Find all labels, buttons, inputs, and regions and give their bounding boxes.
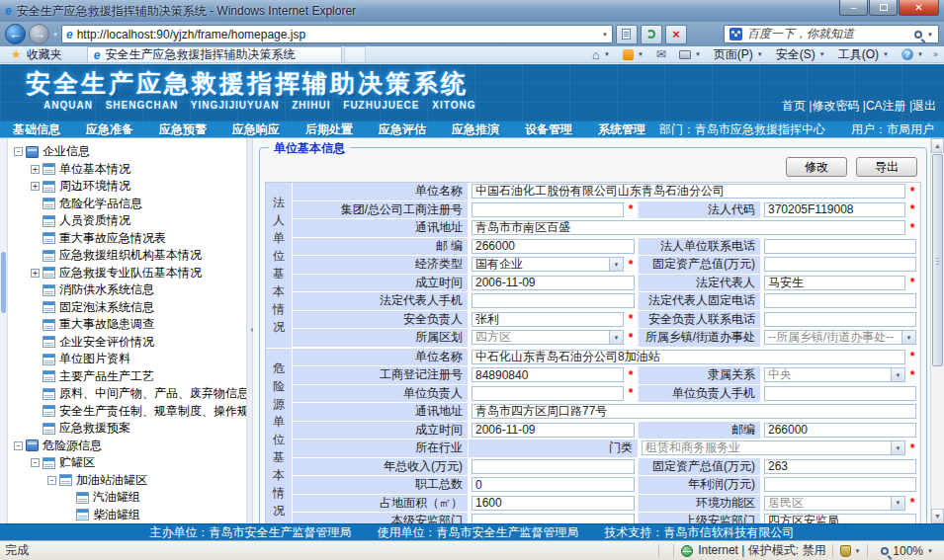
back-button[interactable]: ←: [5, 24, 26, 44]
text-input[interactable]: 马安生: [764, 276, 905, 290]
text-input[interactable]: [472, 514, 635, 523]
dropdown-arrow-icon[interactable]: ▼: [891, 497, 904, 510]
tree-item[interactable]: 柴油罐组: [64, 507, 246, 524]
dropdown-arrow-icon[interactable]: ▼: [609, 331, 623, 344]
tree-item[interactable]: 企业安全评价情况: [31, 334, 246, 352]
text-input[interactable]: 2006-11-09: [472, 423, 635, 438]
tree-item[interactable]: +应急救援专业队伍基本情况: [31, 265, 246, 282]
select-field[interactable]: --所属乡镇/街道办事处--▼: [764, 330, 916, 345]
tree-item[interactable]: -加油站油罐区: [47, 472, 246, 490]
scroll-down-button[interactable]: ▼: [931, 509, 944, 523]
tree-item[interactable]: 人员资质情况: [31, 212, 246, 230]
tree-item[interactable]: 应急救援预案: [31, 420, 246, 438]
text-input[interactable]: [764, 477, 916, 492]
collapse-minus-icon[interactable]: -: [14, 441, 23, 450]
export-button[interactable]: 导出: [856, 157, 917, 177]
overflow-chevron-icon[interactable]: »: [930, 49, 941, 59]
stop-button[interactable]: ×: [665, 25, 687, 44]
expand-plus-icon[interactable]: +: [31, 269, 40, 278]
feeds-button[interactable]: ▼: [617, 47, 649, 62]
select-field[interactable]: 国有企业▼: [472, 257, 624, 272]
text-input[interactable]: 1600: [472, 496, 635, 511]
tree-item[interactable]: -贮罐区: [31, 454, 246, 472]
expand-plus-icon[interactable]: +: [31, 182, 40, 191]
search-input[interactable]: 百度一下，你就知道: [747, 26, 909, 42]
select-field[interactable]: 居民区▼: [764, 496, 905, 511]
dropdown-arrow-icon[interactable]: ▼: [891, 441, 904, 454]
text-input[interactable]: 263: [764, 459, 916, 474]
tree-item[interactable]: +单位基本情况: [31, 161, 246, 179]
header-link-2[interactable]: 修改密码: [812, 99, 859, 113]
header-link-1[interactable]: 首页: [782, 99, 806, 113]
nav-item-9[interactable]: 系统管理: [585, 121, 658, 138]
nav-item-2[interactable]: 应急准备: [73, 121, 146, 138]
left-scrollbar-thumb[interactable]: [1, 252, 6, 313]
minimize-button[interactable]: –: [839, 0, 868, 16]
scroll-up-button[interactable]: ▲: [931, 138, 944, 153]
text-input[interactable]: 青岛市市南区百盛: [472, 220, 905, 235]
text-input[interactable]: [472, 386, 624, 401]
search-dropdown-icon[interactable]: ▼: [927, 32, 933, 38]
text-input[interactable]: 370205F119008: [764, 202, 905, 217]
tree-item[interactable]: 汽油罐组: [64, 489, 246, 507]
text-input[interactable]: 张利: [472, 312, 624, 327]
scrollbar-track[interactable]: [931, 367, 944, 509]
collapse-minus-icon[interactable]: -: [47, 476, 56, 485]
dropdown-arrow-icon[interactable]: ▼: [891, 368, 904, 381]
tree-item[interactable]: 重大事故应急情况表: [31, 230, 246, 248]
tree-item[interactable]: 原料、中间产物、产品、废弃物信息: [31, 385, 246, 403]
select-field[interactable]: 四方区▼: [472, 330, 624, 345]
print-button[interactable]: ▼: [673, 47, 707, 62]
help-menu[interactable]: ?▼: [896, 47, 929, 62]
tree-item[interactable]: +周边环境情况: [31, 178, 246, 196]
zoom-control[interactable]: 100% ▼: [875, 544, 939, 558]
page-menu[interactable]: 页面(P)▼: [708, 47, 769, 62]
text-input[interactable]: 266000: [764, 423, 916, 438]
text-input[interactable]: [472, 459, 635, 474]
frame-splitter[interactable]: [246, 138, 253, 523]
smartscreen-dropdown-icon[interactable]: ▼: [854, 548, 860, 554]
compatibility-view-button[interactable]: [616, 25, 638, 44]
text-input[interactable]: 2006-11-09: [472, 276, 635, 290]
text-input[interactable]: [764, 312, 916, 327]
favorites-button[interactable]: ★ 收藏夹: [0, 46, 73, 62]
close-button[interactable]: ✕: [899, 0, 939, 16]
text-input[interactable]: 84890840: [472, 367, 624, 382]
header-link-3[interactable]: CA注册: [866, 99, 906, 113]
tree-item[interactable]: -危险源信息: [14, 438, 246, 455]
modify-button[interactable]: 修改: [786, 157, 847, 177]
text-input[interactable]: 中国石油化工股份有限公司山东青岛石油分公司: [472, 184, 905, 199]
tree-item[interactable]: 单位图片资料: [31, 351, 246, 368]
text-input[interactable]: [472, 202, 624, 217]
maximize-button[interactable]: [869, 0, 898, 16]
refresh-button[interactable]: [641, 25, 662, 44]
nav-item-1[interactable]: 基础信息: [0, 121, 73, 138]
text-input[interactable]: 266000: [472, 239, 635, 254]
nav-item-8[interactable]: 设备管理: [512, 121, 585, 138]
url-dropdown-icon[interactable]: ▼: [602, 32, 608, 38]
zoom-dropdown-icon[interactable]: ▼: [927, 548, 933, 554]
tree-item[interactable]: 重大事故隐患调查: [31, 316, 246, 334]
collapse-minus-icon[interactable]: -: [31, 458, 40, 467]
text-input[interactable]: 青岛市四方区周口路77号: [472, 404, 916, 419]
scrollbar-thumb[interactable]: [932, 154, 943, 366]
text-input[interactable]: 0: [472, 477, 635, 492]
select-field[interactable]: 中央▼: [764, 367, 905, 382]
tree-item[interactable]: 主要产品生产工艺: [31, 368, 246, 386]
text-input[interactable]: [764, 239, 916, 254]
tree-item[interactable]: 危险化学品信息: [31, 196, 246, 213]
tree-item[interactable]: 消防供水系统信息: [31, 281, 246, 299]
dropdown-arrow-icon[interactable]: ▼: [901, 331, 915, 344]
content-scrollbar[interactable]: ▲ ▼: [930, 138, 944, 523]
text-input[interactable]: 四方区安监局: [764, 514, 916, 523]
forward-button[interactable]: →: [29, 24, 49, 44]
text-input[interactable]: [472, 293, 635, 308]
header-link-4[interactable]: 退出: [912, 99, 936, 113]
new-tab-button[interactable]: [344, 46, 366, 62]
history-dropdown-icon[interactable]: ▼: [52, 32, 58, 38]
dropdown-arrow-icon[interactable]: ▼: [609, 258, 623, 271]
nav-item-7[interactable]: 应急推演: [439, 121, 512, 138]
tools-menu[interactable]: 工具(O)▼: [832, 47, 895, 62]
safety-menu[interactable]: 安全(S)▼: [770, 47, 831, 62]
tree-item[interactable]: 固定泡沫系统信息: [31, 299, 246, 317]
